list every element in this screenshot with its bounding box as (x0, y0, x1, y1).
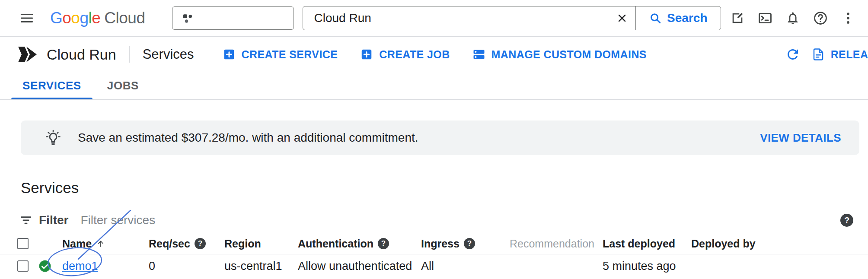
cell-req-sec: 0 (149, 260, 224, 273)
search-bar: Search (303, 6, 721, 30)
more-vert-icon (841, 11, 855, 25)
refresh-button[interactable] (782, 43, 804, 66)
logo-letter: l (89, 9, 92, 27)
filter-label: Filter (39, 213, 68, 227)
filter-services-input[interactable] (80, 213, 840, 228)
column-header-recommendation: Recommendation (510, 238, 603, 250)
search-button-label: Search (667, 11, 707, 25)
column-header-region: Region (224, 238, 298, 250)
manage-custom-domains-label: MANAGE CUSTOM DOMAINS (491, 48, 647, 61)
services-table: Name Req/sec ? Region Authentication ? I… (0, 233, 868, 278)
clear-search-button[interactable] (609, 6, 635, 30)
tab-services[interactable]: SERVICES (10, 72, 94, 99)
cloud-run-logo-icon (17, 44, 38, 65)
tab-jobs[interactable]: JOBS (94, 72, 152, 99)
feedback-icon (730, 11, 745, 25)
plus-icon (360, 48, 373, 61)
column-header-name[interactable]: Name (62, 238, 149, 250)
logo-letter: e (92, 9, 100, 27)
column-last-deployed-label: Last deployed (603, 238, 675, 250)
cell-region: us-central1 (224, 260, 298, 273)
close-icon (616, 12, 628, 24)
more-options-button[interactable] (837, 7, 859, 29)
create-job-button[interactable]: CREATE JOB (349, 48, 461, 61)
product-title: Cloud Run (47, 46, 116, 63)
lightbulb-icon (45, 130, 61, 146)
savings-banner-message: Save an estimated $307.28/mo. with an ad… (78, 131, 418, 145)
column-ingress-label: Ingress (421, 238, 460, 250)
domains-icon (472, 48, 485, 61)
feedback-button[interactable] (726, 7, 749, 29)
view-details-button[interactable]: VIEW DETAILS (757, 131, 844, 145)
authentication-help-icon[interactable]: ? (378, 238, 389, 249)
hamburger-icon (19, 11, 34, 25)
cloud-shell-button[interactable] (754, 7, 776, 29)
search-input[interactable] (303, 6, 609, 30)
create-service-button[interactable]: CREATE SERVICE (211, 48, 349, 61)
section-title: Services (21, 179, 868, 197)
column-header-ingress: Ingress ? (421, 238, 510, 250)
header-actions: CREATE SERVICE CREATE JOB MANAGE CUSTOM … (211, 48, 658, 61)
google-cloud-console: G o o g l e Cloud (0, 0, 868, 279)
header-divider (129, 46, 130, 63)
column-region-label: Region (224, 238, 261, 250)
select-all-checkbox[interactable] (17, 238, 29, 249)
topbar-icons (726, 7, 859, 29)
req-sec-help-icon[interactable]: ? (195, 238, 206, 249)
logo-letter: o (71, 9, 80, 27)
header-right-actions: RELEASE NOTES (782, 43, 868, 66)
google-cloud-logo[interactable]: G o o g l e Cloud (50, 9, 145, 27)
filter-button[interactable]: Filter (19, 213, 68, 227)
create-service-label: CREATE SERVICE (242, 48, 338, 61)
service-name-link[interactable]: demo1 (62, 260, 98, 273)
column-header-req-sec: Req/sec ? (149, 238, 224, 250)
cell-ingress: All (421, 260, 510, 273)
page-title: Services (143, 47, 194, 62)
create-job-label: CREATE JOB (379, 48, 450, 61)
column-deployed-by-label: Deployed by (691, 238, 756, 250)
search-button[interactable]: Search (636, 6, 720, 30)
ingress-help-icon[interactable]: ? (464, 238, 475, 249)
table-help-icon[interactable]: ? (840, 214, 853, 227)
bell-icon (785, 11, 800, 25)
project-picker[interactable] (172, 6, 294, 30)
help-button[interactable] (809, 7, 832, 29)
filter-icon (19, 213, 33, 227)
table-row: demo1 0 us-central1 Allow unauthenticate… (0, 254, 868, 278)
column-req-sec-label: Req/sec (149, 238, 190, 250)
search-icon (649, 12, 662, 25)
main-menu-button[interactable] (16, 7, 38, 29)
cloud-shell-icon (758, 11, 772, 25)
manage-custom-domains-button[interactable]: MANAGE CUSTOM DOMAINS (461, 48, 658, 61)
release-notes-button[interactable]: RELEASE NOTES (812, 48, 868, 61)
refresh-icon (785, 47, 801, 62)
release-notes-icon (812, 48, 825, 61)
filter-row: Filter ? (0, 208, 868, 233)
topbar: G o o g l e Cloud (0, 0, 868, 37)
column-header-last-deployed: Last deployed (603, 238, 691, 250)
logo-suffix: Cloud (104, 9, 145, 27)
cell-authentication: Allow unauthenticated (298, 260, 421, 273)
logo-letter: g (80, 9, 88, 27)
column-header-authentication: Authentication ? (298, 238, 421, 250)
project-icon (181, 12, 194, 25)
status-ok-icon (38, 259, 62, 273)
table-header-row: Name Req/sec ? Region Authentication ? I… (0, 233, 868, 254)
help-icon (813, 11, 828, 25)
column-recommendation-label: Recommendation (510, 238, 594, 250)
column-name-label: Name (62, 238, 92, 250)
column-authentication-label: Authentication (298, 238, 373, 250)
cell-last-deployed: 5 minutes ago (603, 260, 691, 273)
plus-icon (223, 48, 236, 61)
tabs-bar: SERVICES JOBS (0, 72, 868, 100)
product-header: Cloud Run Services CREATE SERVICE CREATE… (0, 37, 868, 72)
row-checkbox[interactable] (17, 260, 29, 272)
savings-banner: Save an estimated $307.28/mo. with an ad… (21, 120, 859, 155)
logo-letter: G (50, 9, 62, 27)
notifications-button[interactable] (782, 7, 804, 29)
sort-ascending-icon (96, 239, 105, 248)
column-header-deployed-by: Deployed by (691, 238, 868, 250)
logo-letter: o (62, 9, 71, 27)
release-notes-label: RELEASE NOTES (831, 48, 868, 61)
